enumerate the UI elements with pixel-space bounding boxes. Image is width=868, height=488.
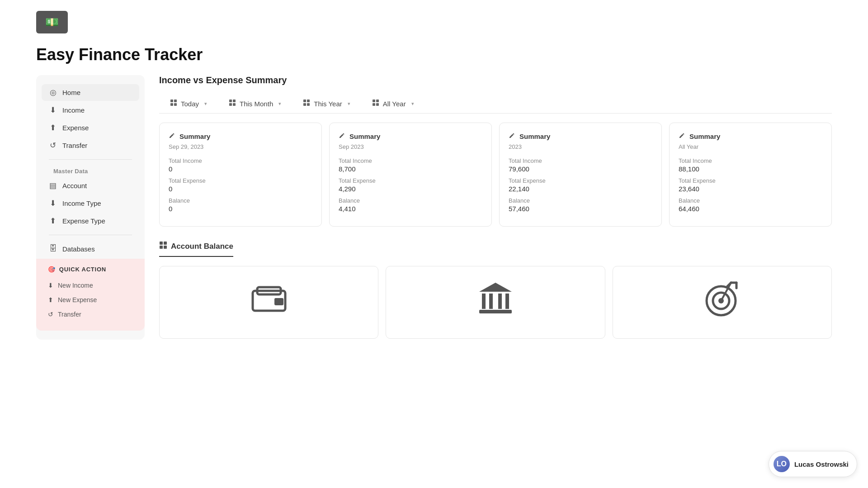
app-container: 💵 Easy Finance Tracker ◎ Home ⬇ Income ⬆…: [0, 0, 868, 488]
sidebar: ◎ Home ⬇ Income ⬆ Expense ↺ Transfer Mas…: [36, 75, 145, 340]
card-today-income-label: Total Income: [169, 157, 312, 164]
account-balance-section: Account Balance: [159, 241, 832, 339]
avatar: LO: [774, 456, 790, 472]
sidebar-label-income-type: Income Type: [62, 199, 101, 207]
expense-icon: ⬆: [48, 123, 58, 133]
svg-rect-25: [489, 294, 493, 309]
card-this-year-expense-value: 22,140: [509, 185, 652, 193]
card-all-year-icon: [679, 132, 686, 141]
card-this-month-expense-label: Total Expense: [339, 177, 482, 184]
tab-all-year-label: All Year: [383, 100, 406, 108]
logo-area: 💵: [0, 0, 868, 38]
card-this-month-icon: [339, 132, 346, 141]
new-transfer-label: Transfer: [58, 311, 81, 318]
new-income-label: New Income: [58, 282, 93, 289]
balance-cards: [159, 266, 832, 339]
new-transfer-button[interactable]: ↺ Transfer: [42, 307, 139, 322]
svg-rect-6: [229, 103, 232, 106]
card-this-year-balance-value: 57,460: [509, 205, 652, 213]
tab-this-year-chevron: ▾: [348, 101, 350, 107]
sidebar-item-databases[interactable]: 🗄 Databases: [42, 241, 139, 257]
databases-icon: 🗄: [48, 244, 58, 253]
tab-this-month-chevron: ▾: [278, 101, 281, 107]
card-this-year-date: 2023: [509, 143, 652, 150]
svg-rect-13: [376, 99, 379, 102]
card-all-year-balance-label: Balance: [679, 197, 822, 204]
summary-card-all-year: Summary All Year Total Income 88,100 Tot…: [669, 123, 832, 227]
sidebar-nav: ◎ Home ⬇ Income ⬆ Expense ↺ Transfer Mas…: [36, 84, 145, 257]
tab-all-year[interactable]: All Year ▾: [361, 95, 425, 114]
master-data-title: Master Data: [42, 165, 139, 177]
tab-this-month[interactable]: This Month ▾: [218, 95, 292, 114]
quick-action-title: 🎯 QUICK ACTION: [42, 266, 139, 278]
card-this-month-date: Sep 2023: [339, 143, 482, 150]
card-this-year-header-label: Summary: [519, 133, 550, 140]
new-income-button[interactable]: ⬇ New Income: [42, 278, 139, 293]
sidebar-item-transfer[interactable]: ↺ Transfer: [42, 137, 139, 154]
balance-card-bank: [386, 266, 605, 339]
svg-rect-8: [303, 99, 306, 102]
tab-this-year-label: This Year: [314, 100, 342, 108]
card-this-month-expense-value: 4,290: [339, 185, 482, 193]
summary-card-this-month: Summary Sep 2023 Total Income 8,700 Tota…: [329, 123, 492, 227]
card-this-year-balance-label: Balance: [509, 197, 652, 204]
account-icon: ▤: [48, 181, 58, 190]
svg-rect-2: [170, 103, 173, 106]
card-all-year-income-value: 88,100: [679, 165, 822, 173]
svg-rect-0: [170, 99, 173, 102]
sidebar-item-income-type[interactable]: ⬇ Income Type: [42, 195, 139, 212]
sidebar-item-account[interactable]: ▤ Account: [42, 177, 139, 194]
svg-rect-28: [479, 310, 512, 313]
new-income-icon: ⬇: [48, 282, 53, 289]
tab-this-year[interactable]: This Year ▾: [292, 95, 361, 114]
card-all-year-date: All Year: [679, 143, 822, 150]
user-badge[interactable]: LO Lucas Ostrowski: [769, 451, 857, 477]
svg-rect-24: [482, 294, 486, 309]
card-this-month-balance-label: Balance: [339, 197, 482, 204]
card-today-header: Summary: [169, 132, 312, 141]
user-name: Lucas Ostrowski: [794, 460, 849, 468]
sidebar-item-income[interactable]: ⬇ Income: [42, 102, 139, 118]
new-expense-button[interactable]: ⬆ New Expense: [42, 293, 139, 307]
sidebar-label-expense: Expense: [62, 124, 89, 132]
summary-card-this-year: Summary 2023 Total Income 79,600 Total E…: [499, 123, 662, 227]
svg-rect-9: [307, 99, 310, 102]
sidebar-label-expense-type: Expense Type: [62, 217, 105, 225]
svg-rect-16: [160, 242, 163, 245]
sidebar-item-home[interactable]: ◎ Home: [42, 84, 139, 101]
sidebar-label-transfer: Transfer: [62, 142, 87, 149]
card-this-month-income-label: Total Income: [339, 157, 482, 164]
svg-rect-11: [307, 103, 310, 106]
card-today-balance-value: 0: [169, 205, 312, 213]
card-today-icon: [169, 132, 176, 141]
card-today-income-value: 0: [169, 165, 312, 173]
svg-rect-12: [373, 99, 375, 102]
sidebar-label-databases: Databases: [62, 245, 95, 253]
account-balance-header: Account Balance: [159, 241, 233, 257]
svg-rect-18: [160, 246, 163, 249]
card-today-date: Sep 29, 2023: [169, 143, 312, 150]
expense-type-icon: ⬆: [48, 216, 58, 226]
sidebar-item-expense-type[interactable]: ⬆ Expense Type: [42, 213, 139, 229]
home-icon: ◎: [48, 88, 58, 97]
tab-today[interactable]: Today ▾: [159, 95, 218, 114]
card-this-year-header: Summary: [509, 132, 652, 141]
svg-rect-3: [174, 103, 177, 106]
wallet-icon: [251, 285, 287, 319]
svg-rect-7: [233, 103, 236, 106]
page-title: Easy Finance Tracker: [0, 38, 868, 75]
card-today-expense-label: Total Expense: [169, 177, 312, 184]
card-this-month-balance-value: 4,410: [339, 205, 482, 213]
tab-this-year-icon: [303, 99, 310, 108]
sidebar-item-expense[interactable]: ⬆ Expense: [42, 119, 139, 136]
summary-card-today: Summary Sep 29, 2023 Total Income 0 Tota…: [159, 123, 322, 227]
summary-tabs: Today ▾ This Month ▾ This Year ▾: [159, 95, 832, 114]
account-balance-title: Account Balance: [171, 242, 233, 251]
svg-rect-10: [303, 103, 306, 106]
app-logo: 💵: [36, 11, 68, 33]
account-balance-icon: [159, 241, 167, 251]
balance-card-target: [613, 266, 832, 339]
sidebar-label-income: Income: [62, 106, 85, 114]
tab-all-year-icon: [372, 99, 379, 108]
quick-action-section: 🎯 QUICK ACTION ⬇ New Income ⬆ New Expens…: [36, 259, 145, 331]
